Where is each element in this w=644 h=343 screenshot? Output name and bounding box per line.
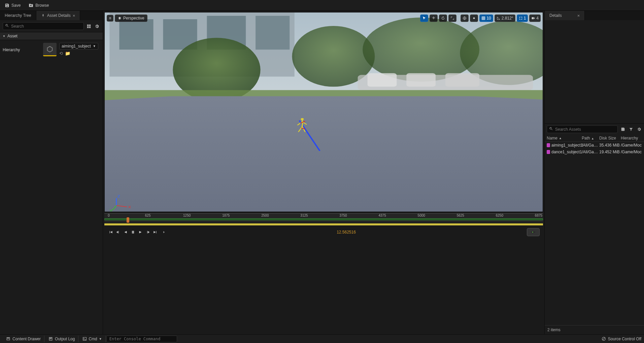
asset-search-box[interactable] xyxy=(547,125,618,133)
cmd-dropdown[interactable]: Cmd ▼ xyxy=(79,336,105,342)
play-reverse-button[interactable] xyxy=(123,229,129,235)
tab-asset-details[interactable]: Asset Details × xyxy=(36,11,80,20)
globe-icon xyxy=(463,16,467,20)
step-back-button[interactable] xyxy=(115,229,121,235)
content-drawer-button[interactable]: Content Drawer xyxy=(3,336,44,342)
locate-asset-icon[interactable]: ⟲ xyxy=(59,51,63,56)
source-control-button[interactable]: Source Control Off xyxy=(602,337,641,341)
tick: 625 xyxy=(145,214,151,217)
tab-details-label: Details xyxy=(549,13,562,18)
perspective-dropdown[interactable]: Perspective xyxy=(115,14,147,22)
asset-search-input[interactable] xyxy=(555,127,615,132)
move-icon xyxy=(432,16,436,20)
cursor-icon xyxy=(422,16,426,20)
svg-text:z: z xyxy=(117,194,121,198)
table-row[interactable]: dance1_subject1/All/Game,19.452 MiB/Game… xyxy=(545,149,644,155)
asset-thumbnail[interactable] xyxy=(43,43,57,56)
camera-speed-value: 4 xyxy=(536,16,539,21)
output-log-label: Output Log xyxy=(55,337,75,341)
viewport[interactable]: z x y ≡ Perspective xyxy=(104,12,543,212)
svg-point-34 xyxy=(532,232,533,233)
pause-button[interactable] xyxy=(130,229,136,235)
browse-asset-icon[interactable]: 📁 xyxy=(65,51,70,56)
col-path[interactable]: Path ▲ xyxy=(582,136,599,141)
time-ruler[interactable]: 0625125018752500312537504375500056256250… xyxy=(104,213,543,223)
tab-hierarchy-tree[interactable]: Hierarchy Tree xyxy=(0,11,36,20)
no-icon xyxy=(602,337,606,341)
play-button[interactable] xyxy=(137,229,143,235)
col-hier[interactable]: Hierarchy xyxy=(621,136,642,141)
translate-mode-button[interactable] xyxy=(430,14,438,22)
terminal-icon xyxy=(82,337,87,341)
section-asset-header[interactable]: ▼ Asset xyxy=(0,32,103,40)
time-track[interactable] xyxy=(104,218,543,220)
svg-text:y: y xyxy=(109,208,112,212)
step-fwd-button[interactable] xyxy=(145,229,151,235)
to-end-button[interactable] xyxy=(152,229,158,235)
tick: 3750 xyxy=(339,214,347,217)
save-assets-icon[interactable] xyxy=(620,126,626,132)
cmd-label: Cmd xyxy=(89,337,97,341)
tick: 1875 xyxy=(222,214,230,217)
gear-icon[interactable] xyxy=(94,23,100,29)
frame-readout: 12.562516 xyxy=(167,230,526,235)
asset-name: aiming1_subject xyxy=(62,44,91,49)
asset-type-icon xyxy=(547,143,550,147)
table-row[interactable]: aiming1_subject1/All/Game,35.436 MiB/Gam… xyxy=(545,142,644,149)
svg-rect-5 xyxy=(256,16,290,50)
viewport-scene: z x y xyxy=(105,12,543,212)
tick: 0 xyxy=(108,214,110,217)
playhead[interactable] xyxy=(127,217,129,223)
svg-line-36 xyxy=(603,338,605,340)
scale-mode-button[interactable] xyxy=(448,14,456,22)
col-size[interactable]: Disk Size xyxy=(599,136,621,141)
close-icon[interactable]: × xyxy=(73,13,75,18)
asset-picker[interactable]: aiming1_subject ▼ xyxy=(59,43,98,50)
console-input[interactable] xyxy=(106,336,177,342)
select-mode-button[interactable] xyxy=(420,14,428,22)
col-name[interactable]: Name ▲ xyxy=(547,136,582,141)
grid-snap-value: 10 xyxy=(486,16,491,21)
grid-view-icon[interactable] xyxy=(86,23,92,29)
gear-icon[interactable] xyxy=(636,126,642,132)
details-empty xyxy=(545,20,644,123)
record-camera-button[interactable] xyxy=(527,228,540,236)
sort-asc-icon: ▲ xyxy=(591,137,594,140)
close-icon[interactable]: × xyxy=(577,13,580,18)
save-button[interactable]: Save xyxy=(3,2,23,9)
tick: 6875 xyxy=(535,214,542,217)
angle-snap-button[interactable]: 2.812° xyxy=(495,14,515,22)
rotate-mode-button[interactable] xyxy=(439,14,447,22)
loop-button[interactable] xyxy=(160,229,166,235)
left-search-box[interactable] xyxy=(3,22,84,30)
snap-icon xyxy=(472,16,476,20)
viewport-menu-button[interactable]: ≡ xyxy=(107,15,113,22)
to-start-button[interactable] xyxy=(108,229,114,235)
perspective-label: Perspective xyxy=(123,16,144,21)
svg-rect-13 xyxy=(445,73,479,87)
world-space-button[interactable] xyxy=(461,14,469,22)
snap-surface-button[interactable] xyxy=(470,14,478,22)
row-name: aiming1_subject1 xyxy=(551,143,583,148)
browse-button[interactable]: Browse xyxy=(27,2,51,9)
scale-icon xyxy=(450,16,454,20)
row-size: 35.436 MiB xyxy=(599,143,621,148)
tick: 4375 xyxy=(379,214,386,217)
chevron-down-icon: ▼ xyxy=(3,35,5,38)
source-control-label: Source Control Off xyxy=(608,337,641,341)
search-icon xyxy=(549,127,553,132)
scale-snap-button[interactable]: 1 xyxy=(517,14,528,22)
output-log-button[interactable]: Output Log xyxy=(45,336,78,342)
grid-snap-button[interactable]: 10 xyxy=(479,14,493,22)
scale-snap-value: 1 xyxy=(524,16,526,21)
svg-text:x: x xyxy=(128,205,131,209)
left-search-input[interactable] xyxy=(11,24,81,29)
browser-footer: 2 items xyxy=(545,325,644,334)
filter-icon[interactable] xyxy=(628,126,634,132)
row-size: 19.452 MiB xyxy=(599,150,621,154)
browse-label: Browse xyxy=(35,3,49,8)
center-empty-area xyxy=(103,240,544,334)
camera-speed-button[interactable]: 4 xyxy=(529,14,541,22)
svg-rect-2 xyxy=(119,19,153,50)
tab-details[interactable]: Details × xyxy=(545,11,585,20)
